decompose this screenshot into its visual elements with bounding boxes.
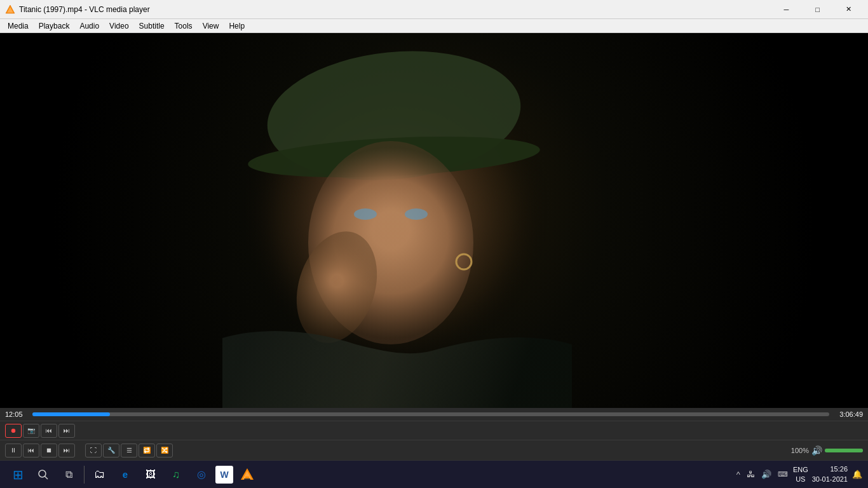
controls-row2: ⏸ ⏮ ⏹ ⏭ ⛶ 🔧 ☰ 🔁 🔀 100% 🔊 (0, 440, 868, 460)
notification-icon[interactable]: 🔔 (851, 469, 863, 480)
fullscreen-button[interactable]: ⛶ (85, 444, 102, 458)
time-current: 12:05 (5, 410, 27, 418)
language-indicator[interactable]: ENG US (793, 465, 808, 484)
svg-line-3 (45, 476, 48, 479)
clock-time: 15:26 (812, 464, 848, 474)
stop-button[interactable]: ⏹ (41, 444, 57, 458)
controls-row1: ⏺ 📷 ⏮ ⏭ (0, 421, 868, 440)
svg-rect-6 (245, 477, 249, 478)
taskbar: ⊞ ⧉ 🗂 e 🖼 ♫ ◎ W ^ 🖧 🔊 ⌨ ENG US 15:26 30-… (0, 460, 868, 488)
seek-bar[interactable] (32, 412, 829, 416)
svg-rect-7 (244, 478, 250, 480)
lang-code: ENG (793, 465, 808, 474)
video-area[interactable] (0, 33, 868, 408)
search-button[interactable] (32, 463, 55, 486)
system-tray: ^ 🖧 🔊 ⌨ ENG US 15:26 30-01-2021 🔔 (735, 464, 863, 484)
frame-next-button[interactable]: ⏭ (58, 424, 75, 438)
taskbar-clock[interactable]: 15:26 30-01-2021 (812, 464, 848, 484)
start-button[interactable]: ⊞ (6, 463, 29, 486)
window-title: Titanic (1997).mp4 - VLC media player (19, 5, 772, 14)
title-bar: Titanic (1997).mp4 - VLC media player ─ … (0, 0, 868, 19)
minimize-button[interactable]: ─ (772, 0, 801, 19)
extended-button[interactable]: 🔧 (103, 444, 119, 458)
record-button[interactable]: ⏺ (5, 424, 22, 438)
taskbar-word[interactable]: W (215, 466, 233, 484)
taskbar-browser2[interactable]: ◎ (190, 463, 213, 486)
volume-tray-icon[interactable]: 🔊 (760, 468, 773, 480)
taskview-button[interactable]: ⧉ (57, 463, 80, 486)
video-canvas (0, 33, 868, 408)
maximize-button[interactable]: □ (803, 0, 832, 19)
volume-icon[interactable]: 🔊 (811, 445, 822, 456)
random-button[interactable]: 🔀 (156, 444, 173, 458)
menu-media[interactable]: Media (3, 20, 34, 32)
taskbar-spotify[interactable]: ♫ (165, 463, 187, 486)
menu-tools[interactable]: Tools (170, 20, 198, 32)
svg-point-2 (39, 470, 46, 477)
close-button[interactable]: ✕ (834, 0, 863, 19)
show-hidden-icon[interactable]: ^ (735, 468, 742, 480)
taskbar-edge[interactable]: e (114, 463, 137, 486)
volume-percent: 100% (791, 447, 809, 454)
next-button[interactable]: ⏭ (58, 444, 75, 458)
frame-prev-button[interactable]: ⏮ (41, 424, 57, 438)
menu-playback[interactable]: Playback (34, 20, 75, 32)
taskbar-vlc[interactable] (236, 463, 259, 486)
time-total: 3:06:49 (834, 410, 863, 418)
clock-date: 30-01-2021 (812, 475, 848, 484)
volume-bar[interactable] (825, 449, 863, 452)
keyboard-icon[interactable]: ⌨ (776, 469, 789, 480)
menu-video[interactable]: Video (104, 20, 133, 32)
taskbar-photos[interactable]: 🖼 (139, 463, 162, 486)
network-icon[interactable]: 🖧 (745, 468, 756, 480)
seek-bar-fill (32, 412, 110, 416)
menu-subtitle[interactable]: Subtitle (134, 20, 170, 32)
prev-button[interactable]: ⏮ (23, 444, 39, 458)
volume-area: 100% 🔊 (791, 445, 863, 456)
menu-help[interactable]: Help (224, 20, 250, 32)
menu-bar: Media Playback Audio Video Subtitle Tool… (0, 19, 868, 33)
volume-bar-fill (825, 449, 863, 452)
taskbar-explorer[interactable]: 🗂 (88, 463, 111, 486)
play-pause-button[interactable]: ⏸ (5, 444, 22, 458)
snapshot-button[interactable]: 📷 (23, 424, 39, 438)
taskbar-divider (84, 466, 85, 484)
menu-view[interactable]: View (198, 20, 224, 32)
playlist-button[interactable]: ☰ (121, 444, 137, 458)
menu-audio[interactable]: Audio (74, 20, 104, 32)
lang-region: US (793, 475, 808, 484)
window-controls: ─ □ ✕ (772, 0, 863, 19)
loop-button[interactable]: 🔁 (139, 444, 155, 458)
app-icon (5, 4, 15, 15)
seek-bar-area: 12:05 3:06:49 (0, 408, 868, 421)
